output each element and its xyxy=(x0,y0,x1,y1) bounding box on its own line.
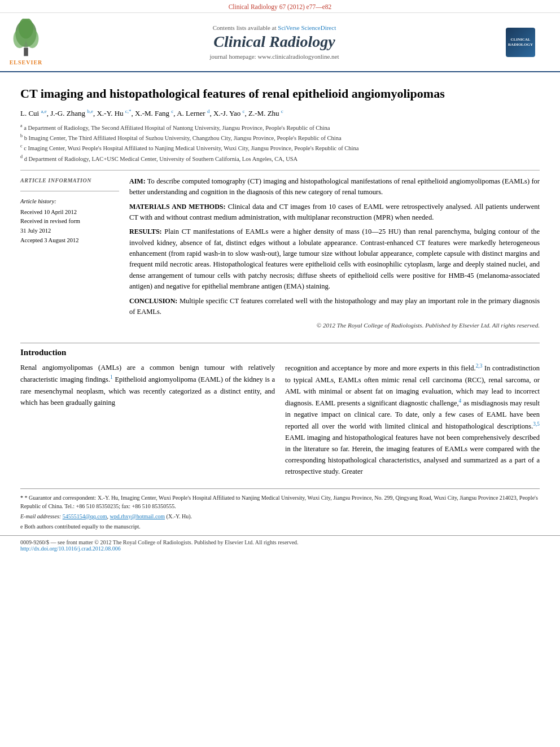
affiliation-a: a a Department of Radiology, The Second … xyxy=(20,123,540,132)
article-info-col: ARTICLE INFORMATION Article history: Rec… xyxy=(20,176,119,331)
intro-heading: Introduction xyxy=(20,348,540,357)
radiology-badge: CLINICALRADIOLOGY xyxy=(506,28,535,57)
conclusion-paragraph: CONCLUSION: Multiple specific CT feature… xyxy=(129,296,540,318)
affiliation-b: b b Imaging Center, The Third Affiliated… xyxy=(20,133,540,142)
email-label: E-mail addresses: xyxy=(20,513,61,519)
badge-text: CLINICALRADIOLOGY xyxy=(508,37,533,47)
email-link-1[interactable]: 54555154@qq.com xyxy=(63,513,107,519)
main-content: CT imaging and histopathological feature… xyxy=(0,72,560,337)
contents-line: Contents lists available at SciVerse Sci… xyxy=(50,24,499,31)
aim-paragraph: AIM: To describe computed tomography (CT… xyxy=(129,176,540,198)
journal-badge-area: CLINICALRADIOLOGY xyxy=(506,28,551,57)
methods-label: MATERIALS AND METHODS: xyxy=(129,203,225,211)
revised-date: Received in revised form Received in rev… xyxy=(20,217,119,236)
journal-header: ELSEVIER Contents lists available at Sci… xyxy=(0,13,560,72)
elsevier-tree-icon xyxy=(9,19,43,58)
affiliation-d: d d Department of Radiology, LAC+USC Med… xyxy=(20,154,540,163)
conclusion-text: Multiple specific CT features correlated… xyxy=(129,297,540,316)
history-label: Article history: xyxy=(20,197,119,207)
intro-columns: Renal angiomyolipomas (AMLs) are a commo… xyxy=(20,362,540,481)
footnote-star: * * Guarantor and correspondent: X.-Y. H… xyxy=(20,493,540,510)
results-text: Plain CT manifestations of EAMLs were a … xyxy=(129,228,540,290)
journal-header-center: Contents lists available at SciVerse Sci… xyxy=(50,24,499,60)
methods-paragraph: MATERIALS AND METHODS: Clinical data and… xyxy=(129,202,540,224)
authors-line: L. Cui a,e, J.-G. Zhang b,e, X.-Y. Hu c,… xyxy=(20,108,540,118)
elsevier-label: ELSEVIER xyxy=(10,59,43,65)
received-date: Received 10 April 2012 xyxy=(20,208,119,217)
article-title: CT imaging and histopathological feature… xyxy=(20,86,540,102)
elsevier-logo: ELSEVIER xyxy=(9,19,43,65)
intro-para-right: recognition and acceptance by more and m… xyxy=(285,362,540,477)
aim-label: AIM: xyxy=(129,177,146,185)
intro-col-left: Renal angiomyolipomas (AMLs) are a commo… xyxy=(20,362,275,481)
abstract: AIM: To describe computed tomography (CT… xyxy=(129,176,540,331)
article-body: ARTICLE INFORMATION Article history: Rec… xyxy=(20,176,540,331)
footnote-area: * * Guarantor and correspondent: X.-Y. H… xyxy=(20,488,540,531)
intro-para-left: Renal angiomyolipomas (AMLs) are a commo… xyxy=(20,362,275,408)
email-link-2[interactable]: wpd.rhxy@hotmail.com xyxy=(110,513,165,519)
top-bar: Clinical Radiology 67 (2012) e77—e82 xyxy=(0,0,560,13)
article-info-label: ARTICLE INFORMATION xyxy=(20,176,119,185)
doi-link[interactable]: http://dx.doi.org/10.1016/j.crad.2012.08… xyxy=(20,545,121,552)
abstract-col: AIM: To describe computed tomography (CT… xyxy=(129,176,540,331)
aim-text: To describe computed tomography (CT) ima… xyxy=(129,177,540,196)
accepted-date: Accepted 3 August 2012 xyxy=(20,236,119,246)
footnote-email: E-mail addresses: 54555154@qq.com, wpd.r… xyxy=(20,512,540,521)
footnote-both-authors: e Both authors contributed equally to th… xyxy=(20,522,540,531)
results-label: RESULTS: xyxy=(129,228,162,235)
journal-citation: Clinical Radiology 67 (2012) e77—e82 xyxy=(229,3,332,10)
conclusion-label: CONCLUSION: xyxy=(129,297,177,305)
article-info-box: ARTICLE INFORMATION Article history: Rec… xyxy=(20,176,119,246)
journal-homepage: journal homepage: www.clinicalradiologyo… xyxy=(50,53,499,60)
svg-rect-0 xyxy=(24,47,28,56)
journal-title: Clinical Radiology xyxy=(50,33,499,51)
copyright-line: © 2012 The Royal College of Radiologists… xyxy=(129,321,540,330)
intro-col-right: recognition and acceptance by more and m… xyxy=(285,362,540,481)
info-divider xyxy=(20,191,119,191)
body-section: Introduction Renal angiomyolipomas (AMLs… xyxy=(0,343,560,530)
section-divider xyxy=(20,343,540,343)
results-paragraph: RESULTS: Plain CT manifestations of EAML… xyxy=(129,226,540,292)
bottom-issn: 0009-9260/$ — see front matter © 2012 Th… xyxy=(20,539,540,545)
affiliations: a a Department of Radiology, The Second … xyxy=(20,123,540,163)
divider xyxy=(20,170,540,171)
bottom-doi: http://dx.doi.org/10.1016/j.crad.2012.08… xyxy=(20,545,540,552)
sciverse-link[interactable]: SciVerse ScienceDirect xyxy=(278,24,336,31)
bottom-bar: 0009-9260/$ — see front matter © 2012 Th… xyxy=(0,535,560,555)
affiliation-c: c c Imaging Center, Wuxi People's Hospit… xyxy=(20,143,540,152)
